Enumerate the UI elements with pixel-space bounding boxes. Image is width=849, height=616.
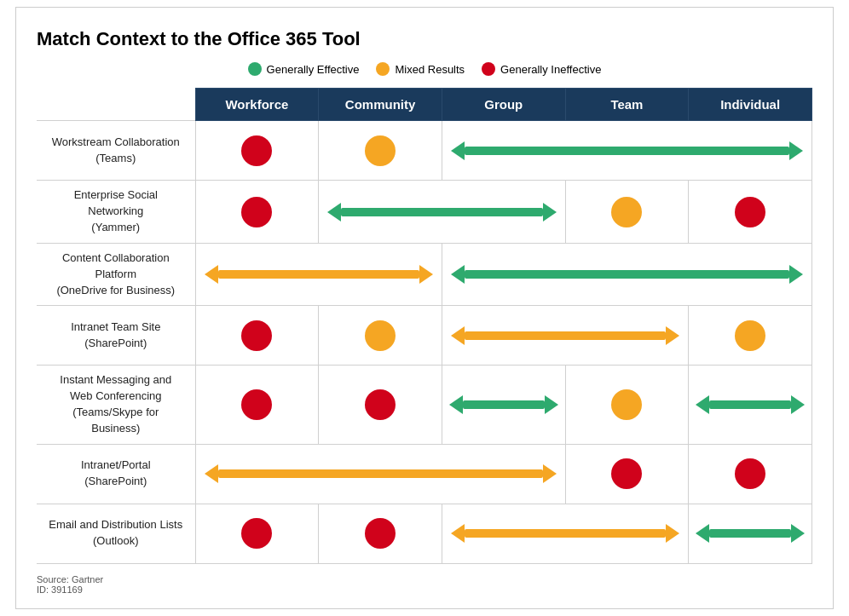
red-dot bbox=[365, 518, 396, 549]
dot-cell bbox=[195, 306, 319, 366]
orange-dot bbox=[735, 320, 765, 351]
row-label: Instant Messaging andWeb Conferencing(Te… bbox=[37, 366, 195, 444]
orange-dot bbox=[611, 197, 642, 227]
dot-cell bbox=[689, 306, 812, 366]
row-label: Email and Distribution Lists(Outlook) bbox=[37, 504, 195, 563]
row-label: Enterprise Social Networking(Yammer) bbox=[37, 181, 195, 244]
arrow-cell bbox=[442, 366, 565, 444]
red-dot bbox=[241, 518, 272, 549]
table-row: Content Collaboration Platform(OneDrive … bbox=[37, 243, 812, 306]
dot-cell bbox=[565, 366, 689, 444]
red-dot bbox=[735, 197, 765, 227]
table-row: Intranet Team Site(SharePoint) bbox=[37, 306, 812, 366]
red-dot bbox=[241, 135, 272, 166]
legend-item-red: Generally Ineffective bbox=[482, 62, 601, 76]
row-label: Intranet Team Site(SharePoint) bbox=[37, 306, 195, 366]
dot-cell bbox=[319, 306, 442, 366]
arrow-span-cell bbox=[442, 504, 688, 563]
orange-dot bbox=[365, 320, 396, 351]
red-dot bbox=[241, 197, 272, 227]
arrow-cell bbox=[689, 366, 812, 444]
dot-cell bbox=[319, 366, 442, 444]
col-header-individual: Individual bbox=[689, 89, 812, 121]
dot-cell bbox=[689, 181, 812, 244]
col-header-team: Team bbox=[565, 89, 689, 121]
dot-cell bbox=[195, 181, 319, 244]
table-row: Email and Distribution Lists(Outlook) bbox=[37, 504, 812, 563]
col-header-empty bbox=[37, 89, 195, 121]
row-label: Workstream Collaboration(Teams) bbox=[37, 121, 195, 181]
dot-cell bbox=[195, 504, 319, 563]
legend-dot-green bbox=[248, 62, 262, 76]
main-table: Workforce Community Group Team Individua… bbox=[37, 88, 812, 563]
table-row: Instant Messaging andWeb Conferencing(Te… bbox=[37, 366, 812, 444]
arrow-cell bbox=[689, 504, 812, 563]
table-row: Intranet/Portal(SharePoint) bbox=[37, 444, 812, 504]
arrow-span-cell bbox=[319, 181, 565, 244]
col-header-group: Group bbox=[442, 89, 565, 121]
legend: Generally Effective Mixed Results Genera… bbox=[37, 62, 812, 76]
legend-label-green: Generally Effective bbox=[267, 63, 360, 76]
legend-label-red: Generally Ineffective bbox=[500, 63, 601, 76]
dot-cell bbox=[689, 444, 812, 504]
dot-cell bbox=[319, 504, 442, 563]
orange-dot bbox=[365, 135, 396, 166]
header-row: Workforce Community Group Team Individua… bbox=[37, 89, 812, 121]
row-label: Content Collaboration Platform(OneDrive … bbox=[37, 243, 195, 306]
arrow-span-cell bbox=[442, 121, 811, 181]
dot-cell bbox=[195, 121, 319, 181]
legend-dot-orange bbox=[376, 62, 390, 76]
main-card: Match Context to the Office 365 Tool Gen… bbox=[15, 7, 834, 608]
dot-cell bbox=[195, 366, 319, 444]
arrow-span-cell bbox=[442, 306, 688, 366]
legend-item-green: Generally Effective bbox=[248, 62, 360, 76]
red-dot bbox=[365, 389, 396, 420]
red-dot bbox=[735, 458, 765, 489]
row-label: Intranet/Portal(SharePoint) bbox=[37, 444, 195, 504]
red-dot bbox=[611, 458, 642, 489]
dot-cell bbox=[565, 444, 689, 504]
orange-dot bbox=[611, 389, 642, 420]
arrow-span-cell bbox=[442, 243, 811, 306]
footer-source: Source: Gartner bbox=[37, 574, 812, 584]
table-row: Workstream Collaboration(Teams) bbox=[37, 121, 812, 181]
legend-dot-red bbox=[482, 62, 495, 76]
legend-item-orange: Mixed Results bbox=[376, 62, 465, 76]
red-dot bbox=[241, 389, 272, 420]
red-dot bbox=[241, 320, 272, 351]
legend-label-orange: Mixed Results bbox=[395, 63, 465, 76]
footer-id: ID: 391169 bbox=[37, 584, 812, 595]
footer: Source: Gartner ID: 391169 bbox=[37, 574, 812, 595]
arrow-span-cell bbox=[195, 444, 565, 504]
dot-cell bbox=[565, 181, 689, 244]
col-header-workforce: Workforce bbox=[195, 89, 319, 121]
arrow-span-cell bbox=[195, 243, 442, 306]
dot-cell bbox=[319, 121, 442, 181]
page-title: Match Context to the Office 365 Tool bbox=[37, 28, 812, 50]
col-header-community: Community bbox=[319, 89, 442, 121]
table-row: Enterprise Social Networking(Yammer) bbox=[37, 181, 812, 244]
